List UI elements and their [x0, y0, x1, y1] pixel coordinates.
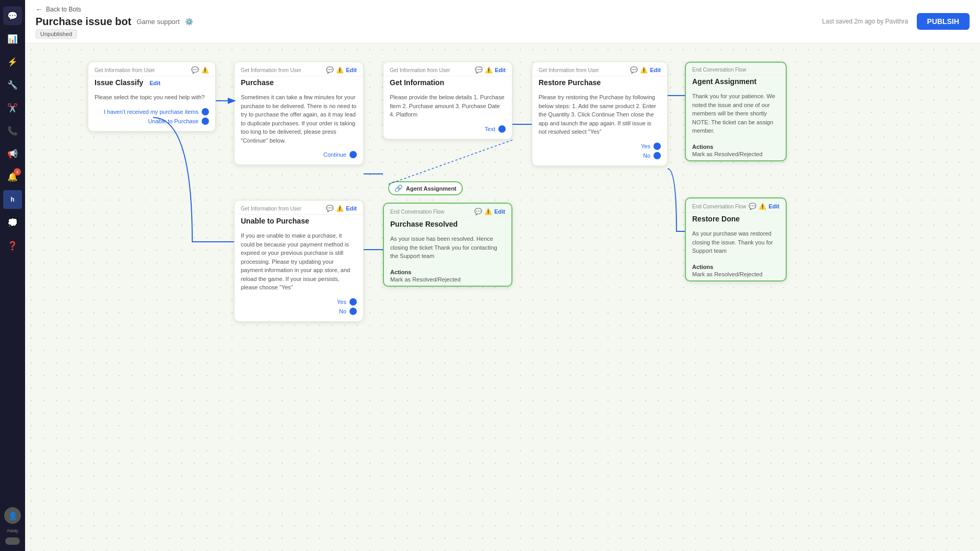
- sidebar-icon-chat[interactable]: 💬: [3, 6, 22, 25]
- node-unable-to-purchase: Get Information from User 💬 ⚠️ Edit Unab…: [234, 200, 364, 322]
- warn-icon: ⚠️: [336, 66, 344, 74]
- warn-icon: ⚠️: [201, 66, 209, 74]
- connector-label-no[interactable]: No: [339, 308, 346, 314]
- node-body: As your issue has been resolved. Hence c…: [384, 232, 511, 266]
- connector-row-no: No: [532, 151, 667, 160]
- node-agent-assignment: End Conversation Flow Agent Assignment T…: [685, 62, 787, 161]
- status-toggle[interactable]: [5, 537, 20, 545]
- node-type-label: Get Information from User: [241, 206, 301, 212]
- connector-dot-no: [654, 152, 661, 159]
- warn-icon: ⚠️: [485, 66, 493, 74]
- node-icons: 💬 ⚠️ Edit: [475, 66, 506, 74]
- connector-label-1[interactable]: I haven't received my purchase items: [104, 109, 199, 115]
- connector-label-2[interactable]: Unable to Purchase: [148, 118, 199, 124]
- connector-label-yes[interactable]: Yes: [641, 143, 650, 149]
- node-restore-done: End Conversation Flow 💬 ⚠️ Edit Restore …: [685, 197, 787, 282]
- actions-title: Actions: [390, 269, 505, 275]
- sidebar-icon-contacts[interactable]: 💭: [3, 213, 22, 232]
- sidebar-icon-campaigns[interactable]: 📢: [3, 144, 22, 163]
- node-type-label: End Conversation Flow: [692, 67, 746, 73]
- node-title: Purchase: [235, 76, 363, 91]
- chat-icon: 💬: [191, 66, 199, 74]
- node-type-label: End Conversation Flow: [692, 204, 746, 209]
- actions-title: Actions: [692, 144, 779, 150]
- connector-dot-1: [202, 108, 209, 115]
- edit-link[interactable]: Edit: [346, 67, 357, 73]
- connector-dot-yes: [654, 143, 661, 150]
- node-header: Get Information from User 💬 ⚠️ Edit: [235, 201, 363, 215]
- sidebar-icon-analytics[interactable]: ⚡: [3, 52, 22, 71]
- node-icons: 💬 ⚠️ Edit: [630, 66, 661, 74]
- game-support-label: Game support: [136, 18, 179, 26]
- chat-icon: 💬: [630, 66, 638, 74]
- publish-button[interactable]: PUBLSIH: [917, 13, 970, 30]
- connector-row-no: No: [235, 307, 363, 316]
- node-header: End Conversation Flow 💬 ⚠️ Edit: [384, 204, 511, 218]
- edit-link[interactable]: Edit: [149, 80, 160, 86]
- node-body: Please provide the below details 1. Purc…: [383, 91, 512, 124]
- sidebar-icon-help[interactable]: h: [3, 190, 22, 209]
- node-icons: 💬 ⚠️ Edit: [326, 66, 357, 74]
- node-type-label: Get Information from User: [539, 67, 599, 73]
- node-purchase: Get Information from User 💬 ⚠️ Edit Purc…: [234, 62, 364, 165]
- svg-line-3: [388, 140, 512, 184]
- status-label: Away: [7, 528, 18, 533]
- sidebar-icon-tools[interactable]: ✂️: [3, 98, 22, 117]
- sidebar-icon-reports[interactable]: 📊: [3, 29, 22, 48]
- connector-label-text[interactable]: Text: [485, 126, 495, 132]
- node-type-label: Get Information from User: [241, 67, 301, 73]
- settings-icon[interactable]: ⚙️: [185, 18, 193, 26]
- sidebar-icon-phone[interactable]: 📞: [3, 121, 22, 140]
- topbar-left: ← Back to Bots Purchase issue bot Game s…: [36, 5, 193, 38]
- node-title: Restore Purchase: [532, 76, 667, 91]
- unpublished-badge: Unpublished: [36, 29, 77, 39]
- edit-link[interactable]: Edit: [494, 208, 505, 215]
- node-actions: Actions Mark as Resolved/Rejected: [686, 140, 786, 160]
- node-purchase-resolved: End Conversation Flow 💬 ⚠️ Edit Purchase…: [383, 203, 512, 287]
- connector-dot-continue: [349, 151, 357, 158]
- connector-row-continue: Continue: [235, 150, 363, 159]
- node-body: Thank you for your patience. We noted th…: [686, 90, 786, 140]
- user-avatar[interactable]: 👤: [4, 507, 21, 524]
- node-title: Get Information: [383, 76, 512, 91]
- node-body: Sometimes it can take a few minutes for …: [235, 91, 363, 150]
- connector-label-no[interactable]: No: [643, 153, 650, 159]
- warn-icon: ⚠️: [484, 208, 492, 215]
- back-to-bots-link[interactable]: ← Back to Bots: [36, 5, 193, 14]
- topbar-right: Last saved 2m ago by Pavithra PUBLSIH: [822, 13, 970, 30]
- connector-label-continue[interactable]: Continue: [323, 151, 346, 158]
- link-icon: 🔗: [394, 184, 403, 192]
- connector-row-2: Unable to Purchase: [88, 116, 215, 126]
- chat-icon: 💬: [474, 208, 482, 215]
- actions-item: Mark as Resolved/Rejected: [692, 151, 779, 157]
- bot-title: Purchase issue bot: [36, 16, 131, 28]
- edit-link[interactable]: Edit: [495, 67, 506, 73]
- bot-title-row: Purchase issue bot Game support ⚙️: [36, 16, 193, 28]
- edit-link[interactable]: Edit: [650, 67, 661, 73]
- node-actions: Actions Mark as Resolved/Rejected: [384, 266, 511, 286]
- agent-assignment-badge[interactable]: 🔗 Agent Assignment: [388, 181, 463, 195]
- connector-label-yes[interactable]: Yes: [337, 299, 346, 305]
- node-header: End Conversation Flow: [686, 63, 786, 75]
- node-title: Agent Assignment: [686, 75, 786, 90]
- sidebar: 💬 📊 ⚡ 🔧 ✂️ 📞 📢 🔔 h 💭 ❓ 👤 Away: [0, 0, 25, 551]
- connector-row-text: Text: [383, 124, 512, 134]
- node-title: Restore Done: [686, 213, 786, 227]
- agent-badge-label: Agent Assignment: [406, 185, 457, 192]
- node-icons: 💬 ⚠️: [191, 66, 209, 74]
- edit-link[interactable]: Edit: [346, 205, 357, 212]
- sidebar-icon-more[interactable]: ❓: [3, 236, 22, 255]
- edit-link[interactable]: Edit: [768, 203, 779, 209]
- node-body: If you are unable to make a purchase, it…: [235, 229, 363, 297]
- sidebar-icon-notifications[interactable]: 🔔: [3, 167, 22, 186]
- back-label: Back to Bots: [46, 6, 81, 13]
- node-header: Get Information from User 💬 ⚠️ Edit: [532, 62, 667, 76]
- node-icons: 💬 ⚠️ Edit: [326, 205, 357, 212]
- flow-canvas: Get Information from User 💬 ⚠️ Issue Cla…: [25, 43, 980, 551]
- node-icons: 💬 ⚠️ Edit: [474, 208, 505, 215]
- sidebar-icon-integrations[interactable]: 🔧: [3, 75, 22, 94]
- connector-dot-2: [202, 118, 209, 125]
- actions-item: Mark as Resolved/Rejected: [692, 271, 779, 277]
- node-header: Get Information from User 💬 ⚠️: [88, 62, 215, 76]
- node-title: Issue Classify Edit: [88, 76, 215, 91]
